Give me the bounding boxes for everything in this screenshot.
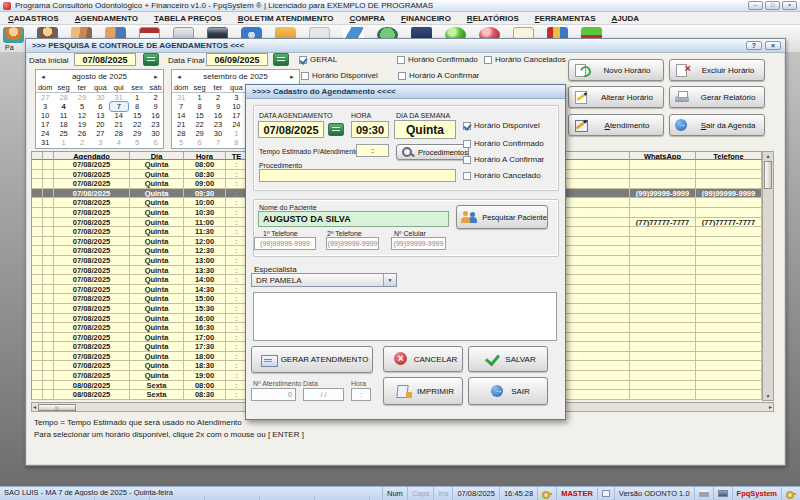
calendar-day[interactable]: 27 [36, 93, 54, 102]
calendar-day[interactable]: 24 [227, 120, 245, 129]
scroll-thumb[interactable]: ||| [38, 404, 76, 411]
column-header[interactable] [32, 152, 43, 160]
menu-item[interactable]: RELATÓRIOS [459, 14, 527, 23]
calendar-day[interactable]: 17 [36, 120, 54, 129]
checkbox-box[interactable] [397, 56, 405, 64]
calendar-day[interactable]: 15 [128, 111, 146, 120]
calendar-day[interactable]: 30 [146, 129, 164, 138]
scroll-thumb[interactable] [764, 161, 772, 189]
hora-field[interactable]: 09:30 [351, 121, 389, 138]
calendar-day[interactable]: 9 [209, 102, 227, 111]
data-final-field[interactable]: 06/09/2025 [206, 53, 268, 66]
calendar-day[interactable]: 28 [54, 93, 72, 102]
alterar-horario-button[interactable]: Alterar Horário [568, 86, 664, 108]
calendar-day[interactable]: 28 [172, 129, 190, 138]
help-button[interactable]: ? [746, 41, 762, 50]
calendar-day[interactable]: 29 [128, 129, 146, 138]
procedimento-field[interactable] [259, 169, 456, 182]
calendar-day[interactable]: 3 [91, 138, 109, 147]
tel2-field[interactable]: (99)99999-9999 [326, 237, 379, 250]
calendar-day[interactable]: 7 [172, 102, 190, 111]
calendar-day[interactable]: 3 [36, 102, 54, 111]
woman-icon[interactable] [3, 27, 24, 43]
scroll-left-icon[interactable]: ◄ [32, 403, 37, 411]
calendar-day[interactable]: 21 [172, 120, 190, 129]
vertical-scrollbar[interactable]: ▲▼ [762, 151, 774, 401]
calendar-day[interactable]: 1 [190, 93, 208, 102]
window-close-button[interactable]: × [765, 41, 781, 50]
dialog-calendar-icon[interactable] [328, 123, 344, 136]
calendar-day[interactable]: 3 [227, 93, 245, 102]
calendar-day[interactable]: 14 [172, 111, 190, 120]
calendar-day[interactable]: 29 [73, 93, 91, 102]
checkbox-horario-confirmado[interactable]: Horário Confirmado [397, 55, 478, 64]
calendar-day[interactable]: 31 [36, 138, 54, 147]
sair-button[interactable]: SAIR [468, 377, 548, 405]
menu-item[interactable]: TABELA PREÇOS [146, 14, 230, 23]
column-header[interactable]: Agendado [54, 152, 130, 160]
dialog-checkbox-horario-disponivel[interactable]: Horário Disponível [463, 121, 540, 130]
calendar-day[interactable]: 22 [190, 120, 208, 129]
scroll-right-icon[interactable]: ► [768, 403, 773, 411]
dialog-titlebar[interactable]: >>>> Cadastro do Agendamento <<<< [246, 85, 565, 99]
salvar-button[interactable]: SALVAR [468, 346, 548, 372]
prev-month-icon[interactable]: ◄ [176, 74, 182, 80]
pesquisar-paciente-button[interactable]: Pesquisar Paciente [456, 205, 548, 229]
checkbox-box[interactable] [299, 56, 307, 64]
menu-item[interactable]: AGENDAMENTO [67, 14, 146, 23]
dialog-checkbox-horario-cancelado[interactable]: Horário Cancelado [463, 171, 541, 180]
calendar-day[interactable]: 22 [128, 120, 146, 129]
dialog-checkbox-horario-confirmado[interactable]: Horário Confirmado [463, 139, 544, 148]
calendar-day[interactable]: 8 [128, 102, 146, 111]
prev-month-icon[interactable]: ◄ [40, 74, 46, 80]
column-header[interactable]: Dia [130, 152, 184, 160]
checkbox-geral[interactable]: GERAL [299, 55, 337, 64]
calendar-day[interactable]: 5 [73, 102, 91, 111]
calendar-day[interactable]: 12 [73, 111, 91, 120]
calendar-day[interactable]: 1 [128, 93, 146, 102]
menu-item[interactable]: COMPRA [342, 14, 394, 23]
calendar-day[interactable]: 10 [227, 102, 245, 111]
calendar-day[interactable]: 7 [110, 102, 128, 111]
checkbox-box[interactable] [463, 172, 471, 180]
checkbox-horario-disponivel[interactable]: Horário Disponível [301, 71, 378, 80]
checkbox-box[interactable] [484, 56, 492, 64]
menu-item[interactable]: CADASTROS [0, 14, 67, 23]
checkbox-box[interactable] [398, 72, 406, 80]
calendar-day[interactable]: 25 [54, 129, 72, 138]
calendar-day[interactable]: 27 [91, 129, 109, 138]
next-month-icon[interactable]: ► [289, 74, 295, 80]
novo-horario-button[interactable]: Novo Horário [568, 59, 664, 81]
calendar-day[interactable]: 8 [227, 138, 245, 147]
calendar-day[interactable]: 30 [209, 129, 227, 138]
calendar-day[interactable]: 2 [146, 93, 164, 102]
observacoes-textarea[interactable] [253, 292, 557, 341]
calendar-day[interactable]: 6 [91, 102, 109, 111]
calendar-day[interactable]: 16 [209, 111, 227, 120]
calendar-day[interactable]: 15 [190, 111, 208, 120]
calendar-day[interactable]: 18 [54, 120, 72, 129]
checkbox-horario-cancelados[interactable]: Horário Cancelados [484, 55, 566, 64]
restore-button[interactable]: □ [765, 1, 780, 10]
data-inicial-field[interactable]: 07/08/2025 [74, 53, 136, 66]
menu-item[interactable]: AJUDA [603, 14, 647, 23]
dialog-checkbox-horario-a-confirmar[interactable]: Horário A Confirmar [463, 155, 544, 164]
calendar-day[interactable]: 31 [172, 93, 190, 102]
calendar-day[interactable]: 6 [146, 138, 164, 147]
tempo-estimado-field[interactable]: : [356, 144, 389, 157]
calendar-day[interactable]: 21 [110, 120, 128, 129]
data-agendamento-field[interactable]: 07/08/2025 [258, 121, 324, 138]
column-header[interactable] [43, 152, 54, 160]
calendar-day[interactable]: 4 [110, 138, 128, 147]
calendar-day[interactable]: 24 [36, 129, 54, 138]
checkbox-box[interactable] [463, 156, 471, 164]
agenda-window-titlebar[interactable]: >>> PESQUISA E CONTROLE DE AGENDAMENTOS … [26, 39, 785, 53]
calendar-day[interactable]: 23 [209, 120, 227, 129]
calendar-day[interactable]: 16 [146, 111, 164, 120]
data-final-calendar-icon[interactable] [273, 53, 289, 66]
data-atendimento-field[interactable]: / / [303, 388, 344, 401]
calendar-day[interactable]: 30 [91, 93, 109, 102]
calendar-day[interactable]: 31 [110, 93, 128, 102]
calendar-day[interactable]: 17 [227, 111, 245, 120]
gerar-atendimento-button[interactable]: GERAR ATENDIMENTO [251, 346, 373, 373]
